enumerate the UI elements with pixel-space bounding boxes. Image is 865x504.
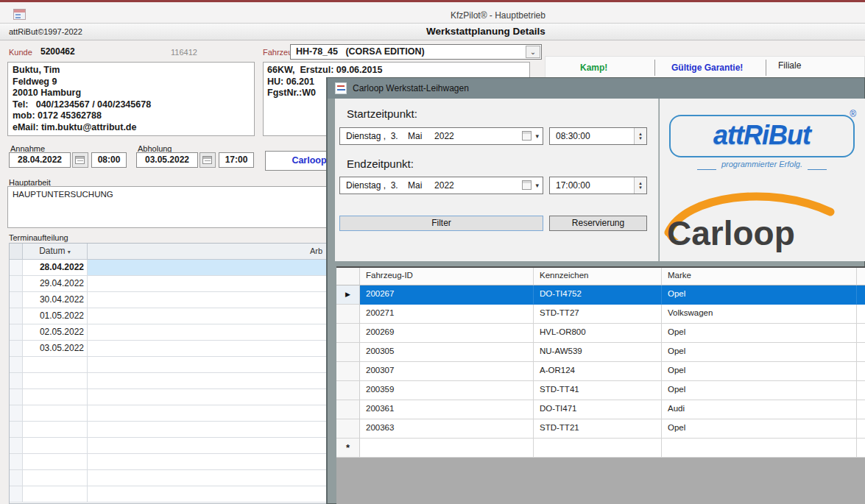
dialog-titlebar[interactable]: Carloop Werkstatt-Leihwagen [328,78,864,99]
divider [654,60,655,76]
end-time-spinner[interactable]: 17:00:00 ▴ ▾ [549,177,647,194]
customer-address-box[interactable]: Buktu, Tim Feldweg 9 20010 Hamburg Tel: … [7,62,255,136]
vehicle-row[interactable]: 200307 A-OR124 Opel [336,362,865,381]
customer-phone: Tel: 040/1234567 / 040/2345678 [13,99,250,111]
vehicle-row[interactable]: 200269 HVL-OR800 Opel [336,324,865,343]
customer-secondary-number: 116412 [171,48,197,57]
select-all-corner[interactable] [10,244,23,259]
schedule-row[interactable]: 30.04.2022 [10,292,328,308]
vehicle-row[interactable]: ▶ 200267 DO-TI4752 Opel [336,285,865,305]
chevron-down-icon[interactable]: ⌄ [526,46,540,58]
loaner-vehicles-grid[interactable]: Fahrzeug-ID Kennzeichen Marke ▶ 200267 D… [336,266,865,504]
column-header-brand[interactable]: Marke [662,268,857,285]
form-icon[interactable] [13,9,26,20]
copyright-label: attRiBut©1997-2022 [9,27,82,36]
intake-date-field[interactable]: 28.04.2022 [9,152,71,168]
date-column-label: Datum [39,246,65,256]
schedule-header: Datum ▾ Arb [10,244,328,260]
warranty-button[interactable]: Gültige Garantie! [671,63,743,73]
intake-time-field[interactable]: 08:00 [91,152,127,168]
vehicle-combobox[interactable]: HH-78_45 (CORSA EDITION) ⌄ [290,44,542,60]
schedule-empty-row[interactable] [10,373,328,389]
attribut-logo: attRiBut ® programmierter Erfolg. [669,115,855,157]
app-titlebar: KfzPilot® - Hauptbetrieb [0,2,865,23]
customer-number[interactable]: 5200462 [40,46,75,57]
logo-panel: attRiBut ® programmierter Erfolg. Carloo… [660,99,865,261]
pickup-calendar-button[interactable] [200,152,216,168]
schedule-row[interactable]: 29.04.2022 [10,276,328,292]
column-header-plate[interactable]: Kennzeichen [534,268,662,285]
schedule-label: Terminaufteilung [9,233,68,242]
vehicle-combobox-value: HH-78_45 (CORSA EDITION) [296,46,425,57]
start-time-spinner[interactable]: 08:30:00 ▴ ▾ [549,127,647,145]
pickup-time-field[interactable]: 17:00 [219,152,254,168]
spinner-buttons[interactable]: ▴ ▾ [634,177,646,194]
vehicle-row[interactable]: 200305 NU-AW539 Opel [336,343,865,362]
branch-button[interactable]: Filiale [778,60,801,71]
end-date-picker[interactable]: Dienstag , 3. Mai 2022 ▾ [339,177,543,194]
filter-button[interactable]: Filter [339,216,543,231]
chevron-down-icon[interactable]: ▾ [535,132,539,140]
vehicle-row[interactable]: 200363 STD-TT21 Opel [336,419,865,439]
start-time-label: Startzeitpunkt: [347,107,417,120]
intake-calendar-button[interactable] [72,152,88,168]
calendar-icon [522,180,532,190]
main-work-textbox[interactable]: HAUPTUNTERSUCHUNG [7,186,329,228]
schedule-row[interactable]: 03.05.2022 [10,341,328,357]
main-window: KfzPilot® - Hauptbetrieb attRiBut©1997-2… [0,0,865,504]
new-row[interactable]: * [336,439,865,458]
dialog-title: Carloop Werkstatt-Leihwagen [353,83,469,93]
reservation-button[interactable]: Reservierung [549,216,647,231]
calendar-icon [522,131,532,141]
calendar-icon [75,156,85,164]
page-title: Werkstattplanung Details [309,26,663,37]
schedule-work-column-header[interactable]: Arb [88,244,328,259]
pickup-date-field[interactable]: 03.05.2022 [136,152,198,168]
customer-email: eMail: tim.buktu@attribut.de [13,122,250,134]
start-time-value: 08:30:00 [556,131,590,141]
vehicle-row[interactable]: 200271 STD-TT27 Volkswagen [336,305,865,324]
work-column-label: Arb [310,246,322,255]
schedule-empty-row[interactable] [10,454,328,470]
grid-header-row: Fahrzeug-ID Kennzeichen Marke [336,268,865,285]
divider [766,60,766,76]
spinner-down-icon[interactable]: ▾ [639,136,642,141]
customer-city: 20010 Hamburg [13,88,250,99]
customer-name: Buktu, Tim [13,65,250,77]
carloop-logo: Carloop [660,188,851,258]
current-row-arrow-icon: ▶ [345,291,350,298]
end-time-label: Endzeitpunkt: [347,157,414,170]
attribut-mini-icon [335,82,347,94]
schedule-date-column-header[interactable]: Datum ▾ [23,244,88,259]
schedule-empty-row[interactable] [10,470,328,486]
spinner-buttons[interactable]: ▴ ▾ [634,128,646,144]
schedule-empty-row[interactable] [10,486,328,503]
schedule-row[interactable]: 01.05.2022 [10,308,328,324]
vehicle-row[interactable]: 200359 STD-TT41 Opel [336,381,865,400]
schedule-grid[interactable]: Datum ▾ Arb 28.04.2022 29.04.2022 30.04.… [9,243,328,504]
schedule-empty-row[interactable] [10,422,328,438]
chevron-down-icon[interactable]: ▾ [535,182,539,189]
schedule-empty-row[interactable] [10,357,328,373]
attribut-tagline: programmierter Erfolg. [716,160,808,168]
vehicle-row[interactable]: 200361 DO-TI471 Audi [336,400,865,419]
schedule-empty-row[interactable] [10,389,328,405]
customer-mobile: mob: 0172 45362788 [13,110,250,122]
schedule-row[interactable]: 02.05.2022 [10,324,328,341]
carloop-dialog: Carloop Werkstatt-Leihwagen Startzeitpun… [326,77,865,504]
column-header-vehicle-id[interactable]: Fahrzeug-ID [360,268,534,285]
main-work-value: HAUPTUNTERSUCHUNG [13,190,113,199]
attribut-logo-text: attRiBut [713,120,811,150]
schedule-empty-row[interactable] [10,438,328,454]
start-date-value: Dienstag , 3. Mai 2022 [346,131,454,141]
calendar-icon [202,156,212,164]
spinner-down-icon[interactable]: ▾ [639,185,642,190]
customer-street: Feldweg 9 [13,77,250,88]
end-date-value: Dienstag , 3. Mai 2022 [346,180,454,191]
campaign-button[interactable]: Kamp! [580,63,607,73]
attribut-tagline-row: programmierter Erfolg. [671,169,853,170]
start-date-picker[interactable]: Dienstag , 3. Mai 2022 ▾ [339,127,543,145]
schedule-row[interactable]: 28.04.2022 [10,260,328,276]
new-row-icon: * [346,442,350,453]
schedule-empty-row[interactable] [10,405,328,422]
